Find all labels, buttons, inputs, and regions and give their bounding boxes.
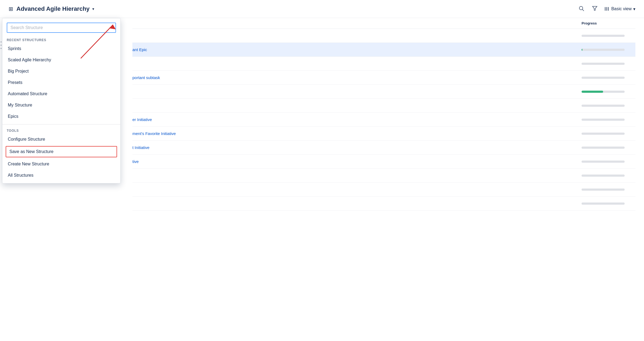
drag-dot [1,41,2,42]
progress-column-header: Progress [582,21,635,25]
progress-bar-bg [582,119,625,121]
progress-bar-fill [582,49,582,51]
row-text: ant Epic [132,47,582,52]
progress-bar-fill [582,91,603,93]
filter-button[interactable] [591,4,599,14]
recent-structures-label: RECENT STRUCTURES [2,36,120,43]
main-content: RECENT STRUCTURES Sprints Scaled Agile H… [0,18,644,341]
basic-view-arrow: ▾ [633,6,635,12]
progress-bar-bg [582,133,625,135]
progress-bar-bg [582,175,625,177]
progress-bar-bg [582,91,625,93]
header-left: ⊞ Advanced Agile Hierarchy ▾ [9,5,94,12]
svg-rect-5 [608,7,609,10]
menu-item-scaled-agile[interactable]: Scaled Agile Hierarchy [2,54,120,66]
content-header: Progress [132,18,635,29]
basic-view-button[interactable]: Basic view ▾ [604,6,635,12]
svg-rect-3 [605,7,606,10]
progress-bar-bg [582,63,625,65]
menu-item-configure[interactable]: Configure Structure [2,134,120,145]
menu-item-presets[interactable]: Presets [2,77,120,88]
header-right: Basic view ▾ [577,4,635,14]
progress-bar-bg [582,147,625,149]
progress-bar-cell [582,175,635,177]
row-text: er Initiative [132,117,582,122]
search-wrapper [2,18,120,36]
table-row [132,169,635,183]
svg-line-1 [583,9,584,11]
table-row [132,197,635,211]
table-row: er Initiative [132,113,635,127]
table-row [132,57,635,71]
progress-bar-bg [582,35,625,37]
progress-bar-cell [582,133,635,135]
menu-item-save-new[interactable]: Save as New Structure [6,146,117,157]
row-text: portant subtask [132,75,582,80]
progress-bar-bg [582,189,625,191]
menu-item-create-new[interactable]: Create New Structure [2,158,120,170]
progress-bar-bg [582,161,625,163]
menu-item-epics[interactable]: Epics [2,111,120,122]
row-text: t Initiative [132,145,582,150]
table-row [132,29,635,43]
progress-bar-cell [582,77,635,79]
table-row: tive [132,155,635,169]
progress-bar-cell [582,63,635,65]
menu-item-big-project[interactable]: Big Project [2,66,120,77]
progress-bar-cell [582,35,635,37]
table-row: ant Epic [132,43,635,57]
search-input[interactable] [7,23,116,33]
table-row: portant subtask [132,71,635,85]
progress-bar-cell [582,161,635,163]
divider [2,124,120,125]
drag-dot [1,48,2,49]
svg-marker-2 [593,6,597,10]
table-row: t Initiative [132,141,635,155]
menu-item-my-structure[interactable]: My Structure [2,100,120,111]
tools-label: TOOLS [2,127,120,134]
svg-rect-4 [607,7,607,10]
row-text: tive [132,159,582,164]
search-button[interactable] [577,4,585,14]
progress-bar-cell [582,189,635,191]
menu-item-all-structures[interactable]: All Structures [2,170,120,181]
progress-bar-cell [582,49,635,51]
drag-dot [1,45,2,46]
structure-dropdown: RECENT STRUCTURES Sprints Scaled Agile H… [2,18,121,183]
progress-bar-bg [582,77,625,79]
progress-bar-cell [582,119,635,121]
table-row: ment's Favorite Initiative [132,127,635,141]
table-row [132,99,635,113]
progress-bar-bg [582,105,625,107]
progress-bar-cell [582,147,635,149]
header: ⊞ Advanced Agile Hierarchy ▾ Basic view … [0,0,644,18]
menu-item-sprints[interactable]: Sprints [2,43,120,54]
progress-bar-cell [582,105,635,107]
title-dropdown-arrow[interactable]: ▾ [92,7,94,11]
progress-bar-cell [582,203,635,205]
menu-item-automated[interactable]: Automated Structure [2,88,120,100]
progress-bar-cell [582,91,635,93]
table-row [132,85,635,99]
progress-bar-bg [582,203,625,205]
content-area: Progress ant Epic [124,18,644,341]
row-text: ment's Favorite Initiative [132,131,582,136]
basic-view-label: Basic view [611,6,632,11]
app-title[interactable]: Advanced Agile Hierarchy [16,5,90,12]
table-row [132,183,635,197]
grid-icon: ⊞ [9,6,13,12]
progress-bar-bg [582,49,625,51]
